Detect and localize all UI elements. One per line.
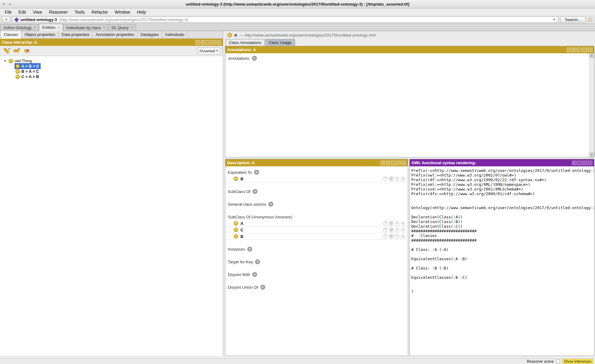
panel-float-icon[interactable]: ‖ <box>572 48 576 52</box>
ontology-selector[interactable]: untitled-ontology-3 (http://www.semantic… <box>12 16 558 23</box>
row-delete-icon[interactable]: × <box>395 228 399 232</box>
description-item-row[interactable]: ≡B?@×o <box>225 176 408 182</box>
row-annotate-icon[interactable]: @ <box>389 234 394 239</box>
panel-minimize-icon[interactable]: − <box>577 48 582 52</box>
row-delete-icon[interactable]: × <box>395 221 399 226</box>
panel-maximize-icon[interactable]: □ <box>583 48 587 52</box>
delete-class-button[interactable] <box>22 47 31 55</box>
entity-tab-datatypes[interactable]: Datatypes <box>138 31 162 38</box>
menu-help[interactable]: Help <box>134 9 149 15</box>
panel-float-icon[interactable]: ‖ <box>386 161 390 165</box>
panel-maximize-icon[interactable]: □ <box>583 161 587 165</box>
main-tab-bar: Active Ontology×Entities×Individuals by … <box>0 24 595 31</box>
entity-tab-annotation-properties[interactable]: Annotation properties <box>93 31 138 38</box>
back-button[interactable]: < <box>2 16 10 23</box>
entity-tab-bar: ClassesObject propertiesData propertiesA… <box>0 31 223 39</box>
panel-maximize-icon[interactable]: □ <box>396 161 401 165</box>
row-edit-icon[interactable]: o <box>401 228 405 232</box>
row-annotate-icon[interactable]: @ <box>389 228 394 232</box>
entity-tab-individuals[interactable]: Individuals <box>162 31 187 38</box>
show-inferences-label[interactable]: Show Inferences <box>562 359 593 364</box>
tree-item-c-a-b[interactable]: ≡C ≡ A ≡ B <box>15 74 40 79</box>
panel-close-icon[interactable]: × <box>588 161 592 165</box>
add-subclass-button[interactable] <box>2 47 11 55</box>
menu-refactor[interactable]: Refactor <box>88 9 111 15</box>
chevron-down-icon[interactable]: ▼ <box>553 18 556 21</box>
description-item-row[interactable]: ≡A?@×o <box>225 220 408 227</box>
add-icon[interactable]: + <box>254 170 259 175</box>
panel-float-icon[interactable]: ‖ <box>201 40 205 45</box>
menu-file[interactable]: File <box>1 9 15 15</box>
add-icon[interactable]: + <box>252 272 257 277</box>
tree-label: owl:Thing <box>15 59 32 63</box>
panel-minimize-icon[interactable]: − <box>206 40 210 45</box>
row-explain-icon[interactable]: ? <box>383 228 388 232</box>
panel-help-icon[interactable]: ? <box>381 161 385 165</box>
tab-entities[interactable]: Entities× <box>39 24 63 31</box>
panel-close-icon[interactable]: × <box>588 48 592 52</box>
tab-close-icon[interactable]: × <box>34 26 36 29</box>
add-icon[interactable]: + <box>247 247 252 252</box>
add-annotation-icon[interactable]: + <box>252 56 257 61</box>
menu-reasoner[interactable]: Reasoner <box>46 9 71 15</box>
add-icon[interactable]: + <box>260 285 265 290</box>
annotations-scrollbar[interactable]: ▲ ▼ <box>589 53 594 157</box>
menu-view[interactable]: View <box>29 9 46 15</box>
scroll-down-icon[interactable]: ▼ <box>589 152 594 157</box>
class-icon: ≡ <box>234 221 238 226</box>
search-button[interactable]: Search... <box>560 16 586 23</box>
entity-tab-data-properties[interactable]: Data properties <box>59 31 93 38</box>
menu-edit[interactable]: Edit <box>15 9 29 15</box>
row-annotate-icon[interactable]: @ <box>389 177 394 181</box>
description-item-row[interactable]: ≡B?@×o <box>225 233 408 240</box>
panel-close-icon[interactable]: × <box>217 40 221 45</box>
add-sibling-class-button[interactable] <box>12 47 21 55</box>
row-delete-icon[interactable]: × <box>395 234 399 239</box>
row-edit-icon[interactable]: o <box>401 221 405 226</box>
tree-item-owl-thing[interactable]: ▼owl:Thing <box>0 58 223 64</box>
panel-close-icon[interactable]: × <box>402 161 406 165</box>
row-explain-icon[interactable]: ? <box>383 234 388 239</box>
row-explain-icon[interactable]: ? <box>383 177 388 181</box>
tree-item-b-a-c[interactable]: ≡B ≡ A ≡ C <box>15 69 40 74</box>
entity-tab-classes[interactable]: Classes <box>0 31 21 39</box>
tab-class-usage[interactable]: Class Usage <box>265 39 295 46</box>
tab-active-ontology[interactable]: Active Ontology× <box>0 24 39 31</box>
hierarchy-view-select[interactable]: Asserted ▼ <box>197 48 220 54</box>
panel-minimize-icon[interactable]: − <box>577 161 582 165</box>
warning-icon[interactable]: ⚠ <box>588 17 593 22</box>
chevron-expanded-icon[interactable]: ▼ <box>3 59 7 63</box>
tab-class-annotations[interactable]: Class Annotations <box>226 39 265 46</box>
panel-float-icon[interactable]: ‖ <box>572 161 576 165</box>
panel-title: OWL functional syntax rendering: <box>412 160 476 165</box>
row-delete-icon[interactable]: × <box>395 177 399 181</box>
tab-close-icon[interactable]: × <box>131 26 133 29</box>
window-close-icon[interactable]: × <box>2 2 5 7</box>
section-disjoint-with: Disjoint With+ <box>225 271 408 278</box>
add-icon[interactable]: + <box>253 189 258 194</box>
tab-dl-query[interactable]: DL Query× <box>108 24 136 31</box>
tab-label: Individuals by class <box>66 25 101 30</box>
tab-close-icon[interactable]: × <box>58 26 60 29</box>
description-item-row[interactable]: ≡C?@×o <box>225 227 408 233</box>
menu-window[interactable]: Window <box>111 9 134 15</box>
panel-help-icon[interactable]: ? <box>196 40 200 45</box>
show-inferences-checkbox[interactable] <box>556 360 560 363</box>
tab-individuals-by-class[interactable]: Individuals by class× <box>63 24 108 31</box>
row-edit-icon[interactable]: o <box>401 177 405 181</box>
tab-close-icon[interactable]: × <box>103 26 105 29</box>
row-annotate-icon[interactable]: @ <box>389 221 394 226</box>
entity-tab-object-properties[interactable]: Object properties <box>21 31 59 38</box>
tree-item-a-b-c[interactable]: ≡A ≡ B ≡ C <box>15 64 40 69</box>
window-maximize-icon[interactable]: + <box>9 2 11 7</box>
add-icon[interactable]: + <box>268 202 273 207</box>
section-header: Disjoint Union Of+ <box>225 284 408 291</box>
add-icon[interactable]: + <box>255 259 260 264</box>
row-explain-icon[interactable]: ? <box>383 221 388 226</box>
panel-minimize-icon[interactable]: − <box>391 161 395 165</box>
panel-maximize-icon[interactable]: □ <box>211 40 216 45</box>
menu-tools[interactable]: Tools <box>71 9 88 15</box>
panel-help-icon[interactable]: ? <box>567 48 571 52</box>
scroll-up-icon[interactable]: ▲ <box>589 53 594 58</box>
row-edit-icon[interactable]: o <box>401 234 405 239</box>
